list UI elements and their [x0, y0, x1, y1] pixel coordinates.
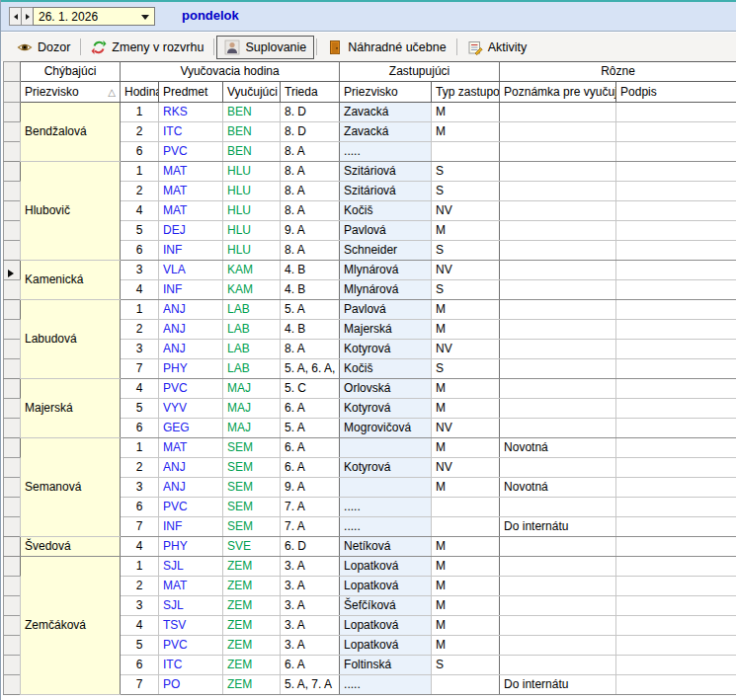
typ-cell[interactable]: S: [432, 656, 500, 675]
typ-cell[interactable]: M: [432, 320, 500, 340]
zastupujuci-cell[interactable]: Zavacká: [340, 122, 432, 142]
row-selector[interactable]: [4, 399, 21, 419]
hodina-cell[interactable]: 4: [121, 616, 159, 636]
row-selector[interactable]: [4, 498, 21, 517]
zastupujuci-cell[interactable]: .....: [340, 675, 432, 695]
row-selector[interactable]: [4, 359, 21, 379]
trieda-cell[interactable]: 8. A: [281, 241, 340, 261]
tab-zmeny-v-rozvrhu[interactable]: Zmeny v rozvrhu: [83, 36, 211, 59]
predmet-cell[interactable]: TSV: [159, 616, 223, 636]
zastupujuci-cell[interactable]: Szitáriová: [340, 182, 432, 201]
missing-teacher-cell[interactable]: Zemčáková: [21, 557, 121, 695]
trieda-cell[interactable]: 6. A: [281, 656, 340, 675]
predmet-cell[interactable]: VYV: [159, 399, 223, 419]
hodina-cell[interactable]: 5: [121, 636, 159, 656]
predmet-cell[interactable]: INF: [159, 241, 223, 261]
podpis-cell[interactable]: [616, 359, 736, 379]
podpis-cell[interactable]: [616, 261, 736, 280]
row-selector[interactable]: [4, 280, 21, 300]
zastupujuci-cell[interactable]: Orlovská: [340, 379, 432, 399]
zastupujuci-cell[interactable]: Mogrovičová: [340, 419, 432, 438]
row-selector[interactable]: [4, 419, 21, 438]
vyucujuci-cell[interactable]: KAM: [223, 261, 281, 280]
poznamka-cell[interactable]: [500, 656, 616, 675]
row-selector[interactable]: [4, 142, 21, 162]
vyucujuci-cell[interactable]: ZEM: [223, 636, 281, 656]
poznamka-cell[interactable]: [500, 122, 616, 142]
typ-cell[interactable]: S: [432, 241, 500, 261]
podpis-cell[interactable]: [616, 142, 736, 162]
predmet-cell[interactable]: DEJ: [159, 221, 223, 241]
vyucujuci-cell[interactable]: ZEM: [223, 616, 281, 636]
zastupujuci-cell[interactable]: Schneider: [340, 241, 432, 261]
hodina-cell[interactable]: 5: [121, 221, 159, 241]
poznamka-cell[interactable]: [500, 261, 616, 280]
zastupujuci-cell[interactable]: Netíková: [340, 537, 432, 557]
predmet-cell[interactable]: ANJ: [159, 300, 223, 320]
predmet-cell[interactable]: INF: [159, 517, 223, 537]
trieda-cell[interactable]: 3. A: [281, 636, 340, 656]
vyucujuci-cell[interactable]: BEN: [223, 122, 281, 142]
date-field[interactable]: 26. 1. 2026: [33, 7, 155, 26]
predmet-cell[interactable]: PHY: [159, 537, 223, 557]
hodina-cell[interactable]: 3: [121, 596, 159, 616]
zastupujuci-cell[interactable]: Kotyrová: [340, 399, 432, 419]
predmet-cell[interactable]: PVC: [159, 636, 223, 656]
typ-cell[interactable]: M: [432, 438, 500, 458]
poznamka-cell[interactable]: [500, 359, 616, 379]
vyucujuci-cell[interactable]: LAB: [223, 300, 281, 320]
zastupujuci-cell[interactable]: Lopatková: [340, 557, 432, 577]
row-selector[interactable]: [4, 636, 21, 656]
zastupujuci-cell[interactable]: [340, 478, 432, 498]
poznamka-cell[interactable]: [500, 103, 616, 122]
zastupujuci-cell[interactable]: [340, 438, 432, 458]
zastupujuci-cell[interactable]: Zavacká: [340, 103, 432, 122]
typ-cell[interactable]: S: [432, 280, 500, 300]
podpis-cell[interactable]: [616, 300, 736, 320]
predmet-cell[interactable]: PO: [159, 675, 223, 695]
typ-cell[interactable]: [432, 498, 500, 517]
typ-cell[interactable]: M: [432, 616, 500, 636]
trieda-cell[interactable]: 5. A, 7. A: [281, 675, 340, 695]
hodina-cell[interactable]: 3: [121, 340, 159, 359]
trieda-cell[interactable]: 6. A: [281, 399, 340, 419]
missing-teacher-cell[interactable]: Kamenická: [21, 261, 121, 300]
poznamka-cell[interactable]: [500, 399, 616, 419]
vyucujuci-cell[interactable]: HLU: [223, 241, 281, 261]
vyucujuci-cell[interactable]: ZEM: [223, 577, 281, 596]
poznamka-cell[interactable]: [500, 300, 616, 320]
row-selector[interactable]: [4, 596, 21, 616]
trieda-cell[interactable]: 7. A: [281, 517, 340, 537]
podpis-cell[interactable]: [616, 103, 736, 122]
poznamka-cell[interactable]: [500, 320, 616, 340]
group-header-misc[interactable]: Rôzne: [500, 62, 736, 82]
predmet-cell[interactable]: ANJ: [159, 478, 223, 498]
row-selector[interactable]: [4, 103, 21, 122]
podpis-cell[interactable]: [616, 537, 736, 557]
trieda-cell[interactable]: 3. A: [281, 577, 340, 596]
row-selector[interactable]: [4, 557, 21, 577]
podpis-cell[interactable]: [616, 182, 736, 201]
zastupujuci-cell[interactable]: Pavlová: [340, 221, 432, 241]
predmet-cell[interactable]: PVC: [159, 142, 223, 162]
row-selector[interactable]: [4, 122, 21, 142]
vyucujuci-cell[interactable]: HLU: [223, 221, 281, 241]
vyucujuci-cell[interactable]: MAJ: [223, 379, 281, 399]
vyucujuci-cell[interactable]: MAJ: [223, 419, 281, 438]
poznamka-cell[interactable]: Novotná: [500, 478, 616, 498]
dropdown-arrow-icon[interactable]: [141, 15, 149, 20]
typ-cell[interactable]: [432, 517, 500, 537]
vyucujuci-cell[interactable]: SEM: [223, 517, 281, 537]
poznamka-cell[interactable]: [500, 419, 616, 438]
podpis-cell[interactable]: [616, 458, 736, 478]
poznamka-cell[interactable]: [500, 340, 616, 359]
hodina-cell[interactable]: 1: [121, 162, 159, 182]
hodina-cell[interactable]: 4: [121, 537, 159, 557]
podpis-cell[interactable]: [616, 577, 736, 596]
col-header-vyucujuci[interactable]: Vyučujúci: [223, 82, 281, 103]
typ-cell[interactable]: M: [432, 103, 500, 122]
missing-teacher-cell[interactable]: Bendžalová: [21, 103, 121, 162]
missing-teacher-cell[interactable]: Hlubovič: [21, 162, 121, 261]
typ-cell[interactable]: M: [432, 596, 500, 616]
row-selector[interactable]: [4, 340, 21, 359]
